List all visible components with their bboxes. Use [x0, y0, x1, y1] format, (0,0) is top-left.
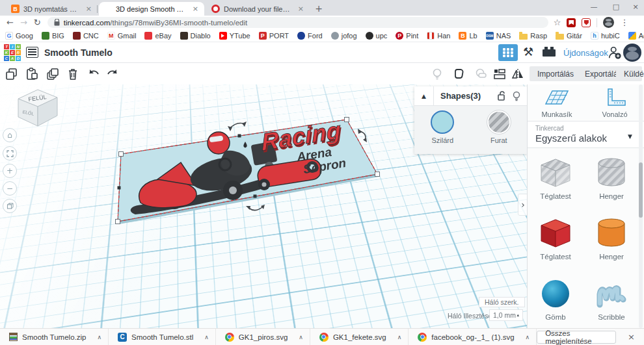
forward-button[interactable]: → [20, 18, 27, 27]
youtube-icon [219, 32, 227, 40]
solid-option[interactable]: Szilárd [414, 106, 471, 154]
undo-icon[interactable] [87, 68, 100, 81]
download-item-svg-fekete[interactable]: GK1_fekete.svg ∧ [310, 329, 409, 345]
hole-option[interactable]: Furat [471, 106, 528, 154]
new-tab-button[interactable]: + [312, 3, 325, 14]
bookmark-nas[interactable]: DSMNAS [486, 32, 511, 40]
back-button[interactable]: ← [7, 18, 14, 27]
send-button[interactable]: Küldés [616, 66, 642, 81]
bookmark-star-icon[interactable]: ☆ [554, 18, 561, 27]
minecraft-pickaxe-icon[interactable]: ⚒ [523, 45, 533, 58]
window-minimize-button[interactable]: — [584, 1, 604, 14]
solid-color-swatch[interactable] [431, 110, 454, 134]
shape-tile-scribble[interactable]: Scribble [584, 269, 639, 329]
tab-close-icon[interactable]: × [85, 5, 93, 12]
bookmark-gitar[interactable]: Gitár [556, 32, 582, 40]
bookmark-jofog[interactable]: jofog [331, 32, 357, 40]
download-menu-chevron-icon[interactable]: ∧ [97, 334, 101, 340]
bookmark-hubic[interactable]: hhubiC [591, 32, 620, 40]
home-view-button[interactable]: ⌂ [3, 128, 17, 142]
tinkercad-logo[interactable]: TINKERCAD [4, 44, 21, 61]
lightbulb-icon[interactable] [513, 91, 520, 101]
mirror-icon[interactable] [511, 68, 524, 81]
bookmark-ebay[interactable]: eBay [144, 32, 171, 40]
user-avatar[interactable] [623, 44, 641, 62]
zoom-out-button[interactable]: − [3, 181, 17, 196]
view-cube[interactable]: FELÜL ELŐL [13, 88, 62, 131]
pdf-extension-icon[interactable] [567, 18, 576, 27]
bookmark-han[interactable]: Han [427, 32, 450, 40]
close-downloads-bar-icon[interactable]: × [628, 332, 635, 342]
bookmark-youtube[interactable]: YTube [219, 32, 250, 40]
snap-grid-select[interactable]: 1,0 mm ▴ [489, 309, 523, 321]
sidebar-scrollbar-thumb[interactable] [639, 162, 643, 218]
show-all-downloads-button[interactable]: Összes megjelenítése [537, 331, 616, 344]
tab-close-icon[interactable]: × [191, 5, 200, 12]
group-icon[interactable] [453, 68, 466, 81]
bookmark-pinterest[interactable]: PPint [396, 32, 418, 40]
align-icon[interactable] [493, 68, 506, 81]
racing-sign-design[interactable]: Racing Racing Arena Sopron [98, 104, 397, 234]
fit-view-button[interactable] [3, 146, 17, 160]
design-title[interactable]: Smooth Tumelo [44, 47, 113, 58]
bookmark-google[interactable]: GGoog [5, 32, 33, 40]
tab-tinkercad[interactable]: 3D design Smooth Tumelo | Tink × [99, 2, 204, 16]
adblock-extension-icon[interactable] [582, 18, 591, 27]
bookmark-lb[interactable]: BLb [459, 32, 477, 40]
ruler-tool[interactable]: Vonalzó [586, 88, 643, 118]
copy-icon[interactable] [5, 68, 18, 81]
url-field[interactable]: tinkercad.com/things/78mwiBy36MI-smooth-… [47, 17, 548, 28]
window-close-button[interactable]: × [626, 1, 644, 14]
shape-library-dropdown[interactable]: Tinkercad Egyszerű alakok ▼ [528, 121, 644, 148]
bookmark-diablo[interactable]: Diablo [180, 32, 211, 40]
bookmark-rasp[interactable]: Rasp [519, 32, 547, 40]
shape-tile-red-box[interactable]: Téglatest [528, 209, 584, 269]
grid-icon [503, 48, 513, 57]
perspective-toggle-button[interactable] [3, 199, 17, 213]
shape-tile-sphere[interactable]: Gömb [528, 269, 584, 329]
show-all-bulb-icon[interactable] [431, 68, 444, 81]
bookmark-upc[interactable]: upc [366, 32, 388, 40]
bookmark-big[interactable]: BIG [42, 32, 64, 40]
collapse-panel-button[interactable]: ▲ [414, 86, 434, 106]
import-button[interactable]: Importálás [530, 66, 582, 81]
unlock-icon[interactable] [498, 91, 506, 101]
bookmark-ford[interactable]: Ford [297, 32, 323, 40]
delete-icon[interactable] [66, 68, 79, 81]
download-menu-chevron-icon[interactable]: ∧ [299, 334, 303, 340]
bookmark-gmail[interactable]: MGmail [107, 32, 137, 40]
download-menu-chevron-icon[interactable]: ∧ [397, 334, 402, 340]
edit-view-button[interactable] [498, 44, 518, 61]
browser-profile-avatar[interactable] [603, 17, 614, 28]
properties-menu-icon[interactable] [26, 47, 38, 58]
shape-tile-hole-box[interactable]: Téglatest [528, 148, 584, 209]
download-item-facebook-og[interactable]: facebook_og-_1_ (1).svg ∧ [409, 329, 537, 345]
duplicate-icon[interactable] [46, 68, 59, 81]
grid-edit-button[interactable]: Háló szerk. [479, 297, 525, 307]
bookmark-ads[interactable]: AdS [628, 32, 644, 40]
refresh-button[interactable]: ↻ [34, 18, 41, 27]
bookmark-cnc[interactable]: CNC [73, 32, 99, 40]
window-maximize-button[interactable]: □ [606, 1, 626, 14]
ungroup-icon[interactable] [475, 68, 488, 81]
redo-icon[interactable] [106, 68, 119, 81]
hole-swatch[interactable] [487, 110, 511, 134]
tab-convertio[interactable]: Download your files — Convertio × [207, 2, 310, 16]
tab-blog[interactable]: B 3D nyomtatás blog × [7, 2, 98, 16]
zoom-in-button[interactable]: + [3, 164, 17, 178]
lego-brick-icon[interactable] [543, 49, 556, 57]
bookmark-port[interactable]: PPORT [259, 32, 289, 40]
workplane-tool[interactable]: Munkasík [528, 88, 585, 118]
whats-new-link[interactable]: Újdonságok [563, 48, 608, 58]
invite-person-icon[interactable] [608, 45, 622, 60]
download-item-stl[interactable]: C Smooth Tumelo.stl ∧ [109, 329, 216, 345]
download-menu-chevron-icon[interactable]: ∧ [204, 334, 209, 340]
download-menu-chevron-icon[interactable]: ∧ [526, 334, 530, 340]
paste-icon[interactable] [25, 68, 38, 81]
shape-tile-hole-cylinder[interactable]: Henger [584, 148, 639, 209]
download-item-svg-piros[interactable]: GK1_piros.svg ∧ [216, 329, 310, 345]
shape-tile-orange-cylinder[interactable]: Henger [584, 209, 639, 269]
browser-menu-icon[interactable]: ⋮ [620, 18, 628, 27]
download-item-zip[interactable]: Smooth Tumelo.zip ∧ [0, 329, 109, 345]
tab-close-icon[interactable]: × [297, 5, 305, 12]
